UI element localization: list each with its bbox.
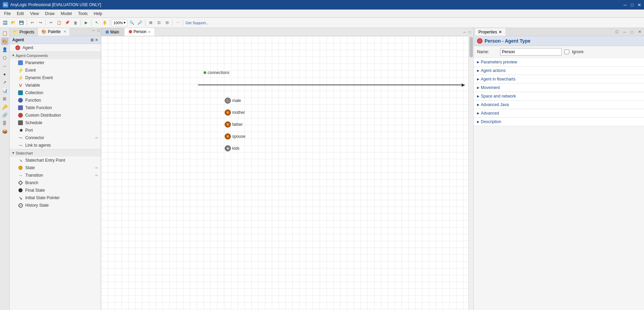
tb-zoomout[interactable]: 🔎 bbox=[136, 19, 144, 27]
canvas-item-spouse[interactable]: V spouse bbox=[225, 133, 246, 139]
canvas-item-kids[interactable]: ⊕ kids bbox=[225, 145, 239, 151]
palette-grid-icon[interactable]: ⊞ bbox=[90, 38, 94, 42]
tb-redo[interactable]: ↪ bbox=[37, 19, 44, 27]
tb-snap[interactable]: ⊡ bbox=[155, 19, 163, 27]
sidebar-chart[interactable]: 📊 bbox=[1, 87, 9, 94]
palette-section-statechart[interactable]: ▾ Statechart bbox=[10, 149, 101, 157]
canvas-tab-person[interactable]: Person ✕ bbox=[124, 28, 155, 36]
palette-item-link[interactable]: ⤳ Link to agents bbox=[10, 142, 101, 149]
prop-section-movement[interactable]: ▶ Movement bbox=[474, 84, 644, 92]
tb-run[interactable]: ▶ bbox=[82, 19, 90, 27]
palette-item-state[interactable]: State ✏ bbox=[10, 164, 101, 172]
canvas-item-father[interactable]: V father bbox=[225, 121, 243, 128]
tab-palette[interactable]: 🎨 Palette ✕ bbox=[38, 28, 70, 36]
sidebar-palette[interactable]: 🎨 bbox=[1, 38, 9, 45]
sidebar-link[interactable]: 🔗 bbox=[1, 111, 9, 119]
palette-item-event[interactable]: ⚡ Event bbox=[10, 67, 101, 74]
panel-maximize[interactable]: □ bbox=[96, 28, 101, 36]
palette-item-branch[interactable]: Branch bbox=[10, 179, 101, 187]
sidebar-dot[interactable]: ● bbox=[1, 70, 9, 78]
canvas-connections[interactable]: connections bbox=[204, 70, 229, 75]
prop-section-agent-actions[interactable]: ▶ Agent actions bbox=[474, 67, 644, 75]
sidebar-projects[interactable]: 📋 bbox=[1, 29, 9, 37]
canvas-scrollbar-v[interactable] bbox=[468, 36, 473, 310]
palette-item-collection[interactable]: Collection bbox=[10, 89, 101, 97]
palette-item-agent[interactable]: Agent bbox=[10, 44, 101, 51]
prop-section-agent-flowcharts[interactable]: ▶ Agent in flowcharts bbox=[474, 75, 644, 84]
palette-item-dynevent[interactable]: ⚡ Dynamic Event bbox=[10, 74, 101, 82]
menu-tools[interactable]: Tools bbox=[75, 11, 90, 17]
tb-paste[interactable]: 📌 bbox=[64, 19, 71, 27]
sidebar-component[interactable]: ⬡ bbox=[1, 54, 9, 61]
sidebar-grid[interactable]: ⊞ bbox=[1, 95, 9, 102]
tb-delete[interactable]: 🗑 bbox=[72, 19, 79, 27]
tb-grid[interactable]: ⊞ bbox=[147, 19, 154, 27]
tb-new[interactable]: 🆕 bbox=[1, 19, 9, 27]
properties-tab-close[interactable]: ✕ bbox=[499, 30, 502, 34]
palette-item-initptr[interactable]: ↘ Initial State Pointer bbox=[10, 194, 101, 202]
palette-item-entry[interactable]: ↘ Statechart Entry Point bbox=[10, 157, 101, 164]
canvas-scrollbar-thumb[interactable] bbox=[470, 37, 473, 57]
tb-undo[interactable]: ↩ bbox=[28, 19, 36, 27]
menu-view[interactable]: View bbox=[27, 11, 42, 17]
canvas-minimize[interactable]: ─ bbox=[462, 30, 467, 34]
palette-item-variable[interactable]: V Variable bbox=[10, 82, 101, 89]
canvas-maximize[interactable]: □ bbox=[467, 30, 472, 34]
close-button[interactable]: ✕ bbox=[638, 2, 641, 8]
prop-section-params-preview[interactable]: ▶ Parameters preview bbox=[474, 58, 644, 67]
tb-cut[interactable]: ✂ bbox=[47, 19, 55, 27]
name-input[interactable] bbox=[500, 48, 562, 56]
palette-item-transition[interactable]: → Transition ✏ bbox=[10, 172, 101, 179]
sidebar-flow[interactable]: ↔ bbox=[1, 62, 9, 70]
rp-action-minimize[interactable]: ─ bbox=[621, 29, 628, 35]
palette-tab-close[interactable]: ✕ bbox=[64, 30, 66, 33]
tb-save[interactable]: 💾 bbox=[18, 19, 25, 27]
tab-projects[interactable]: 📁 Projects bbox=[10, 28, 38, 36]
tb-select[interactable]: ↖ bbox=[93, 19, 100, 27]
prop-section-space-network[interactable]: ▶ Space and network bbox=[474, 92, 644, 101]
tb-open[interactable]: 📂 bbox=[10, 19, 17, 27]
palette-item-tablefn[interactable]: Table Function bbox=[10, 104, 101, 112]
rp-action-maximize[interactable]: □ bbox=[629, 29, 635, 35]
prop-section-advanced[interactable]: ▶ Advanced bbox=[474, 109, 644, 118]
palette-item-function[interactable]: Function bbox=[10, 97, 101, 104]
menu-help[interactable]: Help bbox=[91, 11, 105, 17]
canvas-scroll-area[interactable]: connections ▶ ♂ male V mother bbox=[101, 36, 473, 310]
sidebar-key[interactable]: 🔑 bbox=[1, 103, 9, 110]
maximize-button[interactable]: □ bbox=[631, 2, 633, 8]
zoom-dropdown[interactable]: 100% ▾ bbox=[112, 19, 127, 26]
properties-tab[interactable]: Properties ✕ bbox=[475, 28, 505, 36]
rp-action-close[interactable]: ✕ bbox=[636, 29, 643, 35]
tb-copy[interactable]: 📋 bbox=[55, 19, 63, 27]
canvas-item-mother[interactable]: V mother bbox=[225, 109, 245, 116]
sidebar-box[interactable]: 📦 bbox=[1, 128, 9, 135]
sidebar-db[interactable]: 🗄 bbox=[1, 119, 9, 127]
menu-file[interactable]: File bbox=[1, 11, 13, 17]
tb-pan[interactable]: ✋ bbox=[101, 19, 109, 27]
palette-item-finalstate[interactable]: Final State bbox=[10, 187, 101, 194]
canvas-item-male[interactable]: ♂ male bbox=[225, 98, 241, 104]
tb-more[interactable]: ⋯ bbox=[174, 19, 181, 27]
palette-item-schedule[interactable]: Schedule bbox=[10, 119, 101, 127]
person-tab-close[interactable]: ✕ bbox=[148, 30, 151, 34]
tb-zoomin[interactable]: 🔍 bbox=[128, 19, 136, 27]
palette-menu-icon[interactable]: ✕ bbox=[95, 38, 98, 42]
palette-item-custdist[interactable]: Custom Distribution bbox=[10, 112, 101, 119]
ignore-checkbox[interactable] bbox=[564, 49, 569, 54]
tb-align[interactable]: ⊟ bbox=[163, 19, 171, 27]
sidebar-person[interactable]: 👤 bbox=[1, 46, 9, 53]
menu-draw[interactable]: Draw bbox=[42, 11, 57, 17]
prop-section-advanced-java[interactable]: ▶ Advanced Java bbox=[474, 101, 644, 109]
palette-item-port[interactable]: Port bbox=[10, 127, 101, 134]
sidebar-nav[interactable]: ↗ bbox=[1, 78, 9, 86]
menu-model[interactable]: Model bbox=[58, 11, 75, 17]
get-support-button[interactable]: Get Support... bbox=[184, 21, 210, 25]
palette-section-components[interactable]: ▾ Agent Components bbox=[10, 51, 101, 59]
prop-section-description[interactable]: ▶ Description bbox=[474, 118, 644, 126]
menu-edit[interactable]: Edit bbox=[14, 11, 27, 17]
minimize-button[interactable]: ─ bbox=[624, 2, 627, 8]
palette-item-parameter[interactable]: Parameter bbox=[10, 59, 101, 67]
palette-item-history[interactable]: H History State bbox=[10, 202, 101, 209]
canvas-tab-main[interactable]: Main bbox=[101, 28, 124, 36]
rp-action-open[interactable]: ⬡ bbox=[614, 29, 620, 35]
